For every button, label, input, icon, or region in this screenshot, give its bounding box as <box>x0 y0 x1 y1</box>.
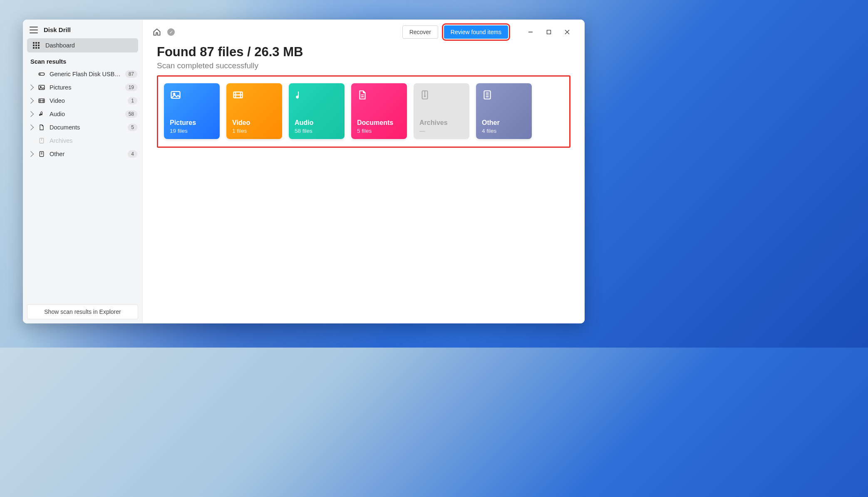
close-button[interactable] <box>558 26 576 38</box>
toolbar: ✓ Recover Review found items <box>143 20 585 43</box>
other-icon <box>482 89 494 101</box>
audio-icon <box>38 110 45 118</box>
content-area: Found 87 files / 26.3 MB Scan completed … <box>143 43 585 156</box>
sidebar-item-video[interactable]: Video 1 <box>23 94 142 107</box>
picture-icon <box>38 84 45 91</box>
tile-archives: Archives — <box>414 83 469 139</box>
tile-audio[interactable]: Audio 58 files <box>289 83 345 139</box>
count-badge: 1 <box>128 97 137 104</box>
sidebar: Disk Drill Dashboard Scan results Generi… <box>23 20 143 323</box>
svg-point-1 <box>40 74 41 75</box>
nav-section: Dashboard <box>23 37 142 53</box>
count-badge: 5 <box>128 124 137 131</box>
count-badge: 87 <box>125 70 137 78</box>
count-badge: 4 <box>128 150 137 158</box>
sidebar-item-label: Audio <box>50 111 121 117</box>
video-icon <box>232 89 244 101</box>
maximize-button[interactable] <box>540 26 558 38</box>
document-icon <box>357 89 369 101</box>
archive-icon <box>38 137 45 144</box>
sidebar-item-label: Generic Flash Disk USB D… <box>50 71 121 77</box>
chevron-right-icon <box>28 151 34 157</box>
svg-rect-14 <box>547 30 551 34</box>
tile-title: Audio <box>295 119 339 127</box>
tile-sub: 5 files <box>357 128 401 134</box>
results-headline: Found 87 files / 26.3 MB <box>157 45 570 60</box>
sidebar-item-pictures[interactable]: Pictures 19 <box>23 81 142 94</box>
sidebar-item-documents[interactable]: Documents 5 <box>23 121 142 134</box>
hamburger-icon[interactable] <box>30 27 38 33</box>
sidebar-footer: Show scan results in Explorer <box>23 300 142 323</box>
sidebar-header: Disk Drill <box>23 20 142 37</box>
tile-sub: — <box>419 128 464 134</box>
svg-point-27 <box>424 96 425 97</box>
chevron-right-icon <box>28 84 34 90</box>
picture-icon <box>170 89 181 101</box>
audio-icon <box>295 89 306 101</box>
status-check-icon: ✓ <box>167 28 175 36</box>
video-icon <box>38 97 45 104</box>
tile-sub: 58 files <box>295 128 339 134</box>
other-icon <box>38 150 45 158</box>
minimize-button[interactable] <box>521 26 540 38</box>
recover-button[interactable]: Recover <box>402 25 438 39</box>
tile-title: Documents <box>357 119 401 127</box>
tile-pictures[interactable]: Pictures 19 files <box>164 83 220 139</box>
sidebar-item-audio[interactable]: Audio 58 <box>23 107 142 121</box>
app-title: Disk Drill <box>44 26 71 33</box>
tile-sub: 19 files <box>170 128 214 134</box>
show-in-explorer-button[interactable]: Show scan results in Explorer <box>27 304 138 319</box>
sidebar-item-label: Documents <box>50 124 124 131</box>
tile-title: Archives <box>419 119 464 127</box>
chevron-right-icon <box>28 98 34 104</box>
chevron-right-icon <box>28 111 34 117</box>
tile-title: Other <box>482 119 526 127</box>
sidebar-item-label: Other <box>50 151 124 157</box>
count-badge: 19 <box>125 84 137 91</box>
document-icon <box>38 124 45 131</box>
home-icon[interactable] <box>153 28 161 36</box>
sidebar-item-label: Archives <box>50 137 137 144</box>
sidebar-item-other[interactable]: Other 4 <box>23 147 142 161</box>
tile-video[interactable]: Video 1 files <box>226 83 282 139</box>
chevron-right-icon <box>28 124 34 130</box>
sidebar-item-label: Pictures <box>50 84 121 91</box>
drive-icon <box>38 70 45 78</box>
tile-title: Video <box>232 119 276 127</box>
archive-icon <box>419 89 431 101</box>
main-panel: ✓ Recover Review found items Found 87 fi… <box>143 20 585 323</box>
window-controls <box>521 26 576 38</box>
sidebar-item-archives[interactable]: Archives <box>23 134 142 147</box>
grid-icon <box>33 42 40 49</box>
review-found-items-button[interactable]: Review found items <box>444 25 508 39</box>
category-tiles: Pictures 19 files Video 1 files Audio 58… <box>157 75 570 148</box>
tile-sub: 1 files <box>232 128 276 134</box>
tile-title: Pictures <box>170 119 214 127</box>
tile-documents[interactable]: Documents 5 files <box>351 83 407 139</box>
count-badge: 58 <box>125 110 137 118</box>
sidebar-item-dashboard[interactable]: Dashboard <box>27 38 138 52</box>
app-window: Disk Drill Dashboard Scan results Generi… <box>23 20 585 323</box>
sidebar-item-label: Dashboard <box>45 42 75 49</box>
scan-results-header: Scan results <box>23 53 142 67</box>
results-subhead: Scan completed successfully <box>157 61 570 70</box>
sidebar-item-label: Video <box>50 97 124 104</box>
tile-other[interactable]: Other 4 files <box>476 83 532 139</box>
tile-sub: 4 files <box>482 128 526 134</box>
sidebar-item-device[interactable]: Generic Flash Disk USB D… 87 <box>23 67 142 81</box>
